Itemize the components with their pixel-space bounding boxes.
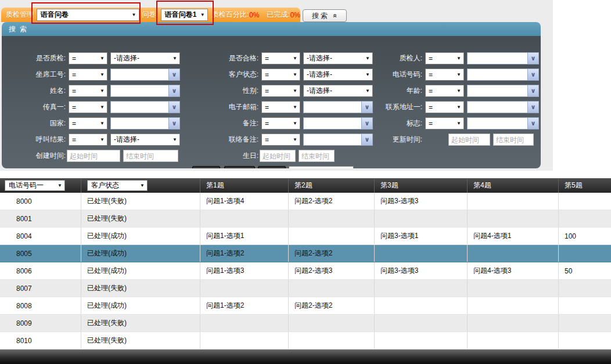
fax1-operator-select[interactable]: =▼ (69, 101, 107, 113)
table-cell (375, 315, 468, 331)
table-cell: 已处理(失败) (81, 193, 200, 210)
status-column-select[interactable]: 客户状态 ▼ (87, 180, 148, 191)
table-cell: 已处理(失败) (81, 315, 200, 331)
search-panel-header[interactable]: 搜 索 (2, 22, 541, 36)
update-time-start-input[interactable] (448, 134, 490, 146)
name-operator-select[interactable]: =▼ (69, 85, 107, 97)
dropdown-arrow-icon: ▼ (100, 72, 105, 77)
age-combo-input[interactable]: ∨ (467, 85, 539, 97)
table-cell (375, 297, 468, 314)
gender-operator-select[interactable]: =▼ (261, 85, 300, 97)
combo-value (111, 69, 168, 80)
phone-number-combo-input[interactable]: ∨ (467, 69, 539, 81)
table-cell: 问题4-选项1 (468, 228, 559, 244)
is-qc-value-select[interactable]: -请选择-▼ (110, 52, 180, 64)
combo-value (111, 85, 168, 96)
is-qualified-operator-select[interactable]: =▼ (261, 52, 300, 64)
combo-dropdown-icon[interactable]: ∨ (168, 118, 179, 129)
search-button[interactable]: 搜 索 (224, 166, 255, 168)
field-label-address1: 联系地址一: (350, 101, 422, 113)
call-result-value-select[interactable]: -请选择-▼ (110, 134, 180, 146)
done-percent-value: 0% (290, 11, 300, 19)
country-operator-select[interactable]: =▼ (69, 117, 107, 129)
operator-value: = (265, 120, 269, 128)
table-cell: 已处理(成功) (81, 245, 200, 262)
combo-dropdown-icon[interactable]: ∨ (527, 53, 538, 64)
table-row[interactable]: 8008已处理(成功)问题1-选项2问题2-选项2 (0, 297, 611, 315)
table-cell: 问题3-选项1 (375, 228, 468, 244)
create-time-start-input[interactable] (67, 150, 120, 162)
qc-percent-label: 质检百分比: (212, 10, 249, 20)
dropdown-arrow-icon: ▼ (293, 72, 297, 77)
combo-dropdown-icon[interactable]: ∨ (527, 85, 538, 96)
contact-remark-operator-select[interactable]: =▼ (261, 134, 300, 146)
age-operator-select[interactable]: =▼ (425, 85, 464, 97)
phone-column-select[interactable]: 电话号码一 ▼ (5, 180, 65, 191)
combo-value (468, 118, 527, 129)
fax1-combo-input[interactable]: ∨ (110, 101, 180, 113)
table-row[interactable]: 8010已处理(失败) (0, 332, 611, 349)
header-cell-q2: 第2题 (289, 178, 375, 193)
combo-dropdown-icon[interactable]: ∨ (168, 85, 179, 96)
header-cell-q1: 第1题 (200, 178, 289, 193)
flag-combo-input[interactable]: ∨ (467, 117, 539, 129)
table-row[interactable]: 8006已处理(成功)问题1-选项3问题2-选项3问题3-选项3问题4-选项35… (0, 262, 611, 280)
is-qc-operator-select[interactable]: =▼ (69, 52, 107, 64)
export-button[interactable]: 导出 (258, 166, 286, 168)
table-row[interactable]: 8007已处理(失败) (0, 280, 611, 297)
annotation-box-survey-select (31, 2, 141, 24)
address1-operator-select[interactable]: =▼ (425, 101, 464, 113)
agent-id-combo-input[interactable]: ∨ (110, 69, 180, 81)
table-cell (375, 332, 468, 349)
update-time-end-input[interactable] (493, 134, 534, 146)
dropdown-arrow-icon: ▼ (457, 56, 461, 61)
agent-id-operator-select[interactable]: =▼ (69, 69, 107, 81)
table-cell (559, 315, 611, 331)
birthday-start-input[interactable] (260, 150, 296, 162)
combo-dropdown-icon[interactable]: ∨ (168, 69, 179, 80)
table-row[interactable]: 8009已处理(失败) (0, 315, 611, 332)
combo-dropdown-icon[interactable]: ∨ (168, 102, 179, 113)
qc-person-combo-input[interactable]: ∨ (467, 52, 539, 64)
table-cell: 8009 (0, 315, 81, 331)
field-label-is-qc: 是否质检: (8, 52, 66, 64)
field-label-flag: 标志: (350, 117, 422, 129)
dropdown-arrow-icon: ▼ (457, 121, 461, 126)
flag-operator-select[interactable]: =▼ (425, 117, 464, 129)
table-row[interactable]: 8001已处理(失败) (0, 210, 611, 228)
combo-value (111, 102, 168, 113)
country-combo-input[interactable]: ∨ (110, 117, 180, 129)
table-row[interactable]: 8005已处理(成功)问题1-选项2问题2-选项2 (0, 245, 611, 262)
phone-number-operator-select[interactable]: =▼ (425, 69, 464, 81)
combo-dropdown-icon[interactable]: ∨ (527, 102, 538, 113)
search-collapse-button[interactable]: 搜 索 « (303, 9, 347, 22)
table-row[interactable]: 8004已处理(成功)问题1-选项1问题3-选项1问题4-选项1100 (0, 228, 611, 245)
email-operator-select[interactable]: =▼ (261, 101, 300, 113)
export-format-select[interactable]: xls file▼ (289, 166, 354, 168)
birthday-end-input[interactable] (299, 150, 335, 162)
qc-person-operator-select[interactable]: =▼ (425, 52, 464, 64)
search-panel: 搜 索 是否质检:=▼-请选择-▼是否合格:=▼-请选择-▼质检人:=▼∨坐席工… (2, 22, 541, 168)
address1-combo-input[interactable]: ∨ (467, 101, 539, 113)
table-cell: 8000 (0, 193, 81, 210)
table-cell (468, 245, 559, 262)
table-cell: 8006 (0, 262, 81, 279)
name-combo-input[interactable]: ∨ (110, 85, 180, 97)
table-cell (559, 210, 611, 227)
reset-button[interactable]: 重置 (192, 166, 220, 168)
table-row[interactable]: 8000已处理(失败)问题1-选项4问题2-选项2问题3-选项3 (0, 193, 611, 210)
combo-dropdown-icon[interactable]: ∨ (527, 69, 538, 80)
header-cell-q5: 第5题 (559, 178, 611, 193)
remark-operator-select[interactable]: =▼ (261, 117, 300, 129)
table-cell: 问题2-选项3 (289, 262, 375, 279)
results-table-body: 8000已处理(失败)问题1-选项4问题2-选项2问题3-选项38001已处理(… (0, 193, 611, 349)
operator-value: = (265, 55, 269, 63)
table-cell (200, 332, 289, 349)
table-cell: 8004 (0, 228, 81, 244)
call-result-operator-select[interactable]: =▼ (69, 134, 107, 146)
customer-status-operator-select[interactable]: =▼ (261, 69, 300, 81)
create-time-end-input[interactable] (123, 150, 178, 162)
table-cell (559, 280, 611, 297)
done-percent-label: 已完成: (267, 10, 289, 20)
combo-dropdown-icon[interactable]: ∨ (527, 118, 538, 129)
